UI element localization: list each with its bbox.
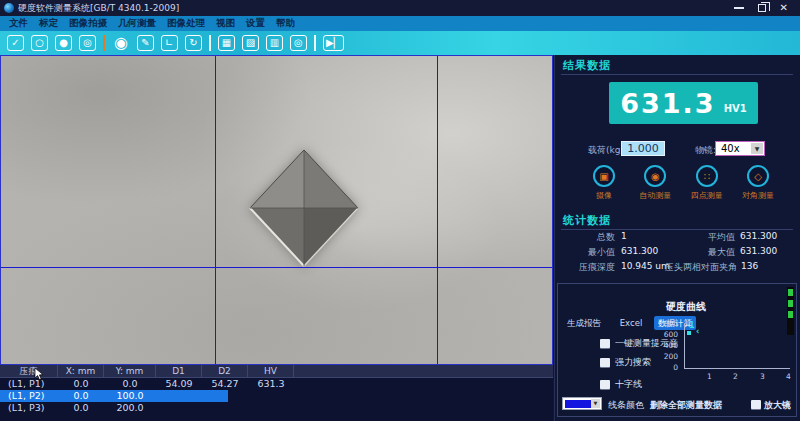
menu-file[interactable]: 文件: [9, 17, 28, 30]
col-d1[interactable]: D1: [156, 365, 202, 377]
col-x[interactable]: X: mm: [58, 365, 104, 377]
titlebar: 硬度软件测量系统[GB/T 4340.1-2009] ✕: [0, 0, 800, 16]
delete-all-data-button[interactable]: 删除全部测量数据: [650, 399, 722, 412]
lens-icon[interactable]: ◉: [112, 35, 130, 51]
col-y[interactable]: Y: mm: [104, 365, 156, 377]
magnifier-label: 放大镜: [764, 399, 791, 412]
trash-icon[interactable]: ▥: [266, 35, 283, 51]
total-label: 总数: [565, 231, 615, 244]
camera-capture-icon[interactable]: ●: [55, 35, 72, 51]
toolbar-separator: [103, 35, 105, 51]
xtick-4: 4: [786, 372, 791, 381]
crosshair-vertical-line-right[interactable]: [437, 56, 438, 364]
chevron-down-icon[interactable]: ▼: [591, 399, 600, 408]
play-to-end-icon[interactable]: ▶▏: [323, 35, 344, 51]
scrollbar-thumb[interactable]: [788, 289, 793, 296]
toolbar-separator: [314, 35, 316, 51]
menu-image-process[interactable]: 图像处理: [167, 17, 205, 30]
diagonal-icon: ◇: [747, 165, 769, 187]
data-point-pointer: ‹: [696, 327, 699, 336]
xtick-2: 2: [733, 372, 738, 381]
scrollbar-thumb[interactable]: [788, 311, 793, 318]
avg-value: 631.300: [740, 231, 777, 241]
four-point-measure-button[interactable]: ∷ 四点测量: [682, 165, 732, 201]
menu-help[interactable]: 帮助: [276, 17, 295, 30]
data-point-label: 1: [689, 321, 695, 330]
grid-table-icon[interactable]: ▦: [218, 35, 235, 51]
table-row[interactable]: (L1, P3) 0.0 200.0: [0, 402, 553, 414]
col-filler: [294, 365, 553, 377]
angle-value: 136: [741, 261, 758, 271]
close-icon[interactable]: ✕: [780, 3, 788, 13]
line-color-label: 线条颜色: [608, 399, 644, 412]
generate-report-button[interactable]: 生成报告: [562, 316, 606, 330]
min-label: 最小值: [565, 246, 615, 259]
calibration-check-icon[interactable]: ✓: [7, 35, 24, 51]
minimize-icon[interactable]: [734, 7, 744, 9]
four-point-icon: ∷: [696, 165, 718, 187]
hardness-value: 631.3: [620, 88, 715, 119]
capture-icon: ▣: [593, 165, 615, 187]
camera-target-icon[interactable]: ◎: [79, 35, 96, 51]
load-input[interactable]: 1.000: [621, 141, 665, 156]
strong-search-checkbox[interactable]: [600, 358, 610, 367]
auto-measure-label: 自动测量: [639, 190, 671, 201]
result-section-header: 结果数据: [563, 58, 611, 73]
crosshair-horizontal-line[interactable]: [1, 267, 552, 268]
menu-view[interactable]: 视图: [216, 17, 235, 30]
xtick-3: 3: [760, 372, 765, 381]
crosshair-checkbox[interactable]: [600, 380, 610, 389]
max-label: 最大值: [673, 246, 735, 259]
ytick-800: 800: [658, 319, 678, 328]
crosshair-vertical-line-left[interactable]: [215, 56, 216, 364]
divider: [561, 229, 793, 230]
col-hv[interactable]: HV: [248, 365, 294, 377]
objective-select[interactable]: 40x ▼: [715, 141, 765, 156]
capture-button[interactable]: ▣ 摄像: [579, 165, 629, 201]
vickers-indentation: [248, 148, 360, 268]
excel-export-button[interactable]: Excel: [614, 316, 648, 330]
auto-measure-icon: ◉: [644, 165, 666, 187]
angle-label: 压头两相对面夹角: [663, 261, 737, 274]
camera-frame-icon[interactable]: ○: [31, 35, 48, 51]
table-row-selected[interactable]: (L1, P2) 0.0 100.0: [0, 390, 553, 402]
hardness-unit: HV1: [724, 103, 747, 114]
measure-controls-row: 载荷(kg): 1.000 物镜: 40x ▼: [555, 141, 800, 157]
window-title: 硬度软件测量系统[GB/T 4340.1-2009]: [18, 2, 179, 15]
capture-label: 摄像: [596, 190, 612, 201]
restore-icon[interactable]: [758, 4, 766, 12]
micrograph-viewport[interactable]: [0, 55, 553, 365]
magnifier-checkbox[interactable]: [751, 400, 761, 409]
notepad-edit-icon[interactable]: ✎: [137, 35, 154, 51]
ytick-200: 200: [658, 352, 678, 361]
total-value: 1: [621, 231, 627, 241]
stats-section-header: 统计数据: [563, 213, 611, 228]
ruler-icon[interactable]: ∟: [161, 35, 178, 51]
image-icon[interactable]: ▨: [242, 35, 259, 51]
vertical-scrollbar[interactable]: [787, 287, 794, 335]
crosshair-checkbox-label: 十字线: [615, 378, 642, 391]
menu-settings[interactable]: 设置: [246, 17, 265, 30]
menu-image-capture[interactable]: 图像拍摄: [69, 17, 107, 30]
table-row[interactable]: (L1, P1) 0.0 0.0 54.09 54.27 631.3: [0, 378, 553, 390]
chevron-down-icon[interactable]: ▼: [751, 143, 763, 154]
chart-title: 硬度曲线: [666, 300, 706, 314]
tools-chart-box: 生成报告 Excel 数据计算 一键测量提示音 强力搜索 十字线 ▼ 线条颜色 …: [557, 283, 797, 417]
col-d2[interactable]: D2: [202, 365, 248, 377]
scrollbar-thumb[interactable]: [788, 300, 793, 307]
diagonal-measure-button[interactable]: ◇ 对角测量: [733, 165, 783, 201]
xtick-1: 1: [707, 372, 712, 381]
menu-calibration[interactable]: 标定: [39, 17, 58, 30]
line-color-dropdown[interactable]: ▼: [562, 397, 602, 410]
col-indent[interactable]: 压痕: [0, 365, 58, 377]
menu-geometry-measure[interactable]: 几何测量: [118, 17, 156, 30]
table-header-row: 压痕 X: mm Y: mm D1 D2 HV: [0, 365, 553, 378]
beep-checkbox[interactable]: [600, 339, 610, 348]
auto-measure-button[interactable]: ◉ 自动测量: [630, 165, 680, 201]
mouse-cursor-icon: [34, 367, 44, 381]
diagonal-label: 对角测量: [742, 190, 774, 201]
rotate-icon[interactable]: ↻: [185, 35, 202, 51]
camera-preview-icon[interactable]: ◎: [290, 35, 307, 51]
hardness-result-display: 631.3 HV1: [609, 82, 758, 124]
ytick-0: 0: [658, 363, 678, 372]
